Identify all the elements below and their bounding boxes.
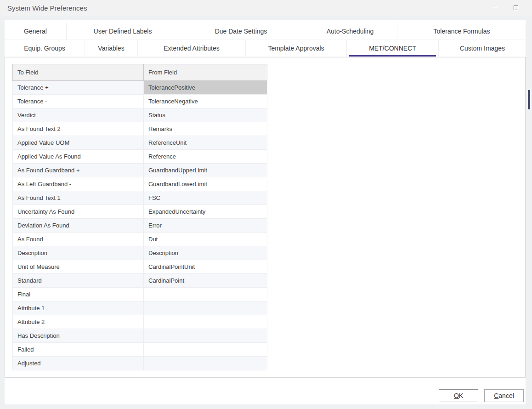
from-field-cell[interactable]: Status — [144, 108, 267, 122]
cancel-button[interactable]: Cancel — [484, 389, 524, 402]
field-mapping-rows: Tolerance +TolerancePositiveTolerance -T… — [13, 81, 267, 370]
tab-row-2: Equip. GroupsVariablesExtended Attribute… — [5, 40, 526, 57]
from-field-cell[interactable] — [144, 343, 267, 357]
to-field-cell[interactable]: Adjusted — [13, 357, 144, 370]
minimize-button[interactable] — [484, 0, 505, 16]
to-field-cell[interactable]: As Found — [13, 233, 144, 246]
scrollbar-thumb[interactable] — [528, 90, 530, 109]
to-field-cell[interactable]: Attribute 1 — [13, 301, 144, 315]
table-row: Uncertainty As FoundExpandedUncertainty — [13, 205, 267, 219]
from-field-cell[interactable]: Error — [144, 219, 267, 233]
ok-button-mnemonic: O — [454, 392, 459, 399]
table-row: Applied Value UOMReferenceUnit — [13, 136, 267, 150]
to-field-cell[interactable]: Standard — [13, 274, 144, 288]
from-field-cell[interactable]: ToleranceNegative — [144, 95, 267, 108]
window-title: System Wide Preferences — [7, 4, 87, 12]
table-row: Tolerance -ToleranceNegative — [13, 95, 267, 108]
titlebar: System Wide Preferences — [0, 0, 532, 16]
table-row: Attribute 2 — [13, 315, 267, 329]
to-field-cell[interactable]: Attribute 2 — [13, 315, 144, 329]
table-row: As Found Text 2Remarks — [13, 122, 267, 136]
table-row: VerdictStatus — [13, 108, 267, 122]
cancel-button-label: ancel — [498, 392, 514, 399]
ok-button[interactable]: OK — [439, 389, 478, 402]
table-row: Applied Value As FoundReference — [13, 150, 267, 164]
to-field-cell[interactable]: Final — [13, 288, 144, 301]
table-row: Deviation As FoundError — [13, 219, 267, 233]
tab-due-date-settings[interactable]: Due Date Settings — [179, 23, 303, 40]
to-field-cell[interactable]: As Found Text 1 — [13, 191, 144, 205]
dialog-body: GeneralUser Defined LabelsDue Date Setti… — [5, 20, 526, 404]
tab-tolerance-formulas[interactable]: Tolerance Formulas — [397, 23, 526, 40]
tab-row-1: GeneralUser Defined LabelsDue Date Setti… — [5, 23, 526, 40]
table-header-row: To Field From Field — [13, 64, 267, 81]
tab-auto-scheduling[interactable]: Auto-Scheduling — [303, 23, 397, 40]
tab-general[interactable]: General — [5, 23, 67, 40]
to-field-cell[interactable]: Deviation As Found — [13, 219, 144, 233]
to-field-cell[interactable]: As Found Guardband + — [13, 164, 144, 177]
table-row: StandardCardinalPoint — [13, 274, 267, 288]
cancel-button-mnemonic: C — [494, 392, 498, 399]
table-row: Adjusted — [13, 357, 267, 370]
from-field-cell[interactable] — [144, 357, 267, 370]
tab-panel-met-connect: To Field From Field Tolerance +Tolerance… — [5, 57, 526, 378]
from-field-cell[interactable]: GuardbandLowerLimit — [144, 177, 267, 191]
table-row: As Left Guardband -GuardbandLowerLimit — [13, 177, 267, 191]
tab-template-approvals[interactable]: Template Approvals — [246, 40, 347, 57]
table-row: As Found Guardband +GuardbandUpperLimit — [13, 164, 267, 177]
table-row: Has Description — [13, 329, 267, 343]
from-field-cell[interactable]: ReferenceUnit — [144, 136, 267, 150]
to-field-cell[interactable]: As Found Text 2 — [13, 122, 144, 136]
from-field-cell[interactable]: CardinalPoint — [144, 274, 267, 288]
table-row: Unit of MeasureCardinalPointUnit — [13, 260, 267, 274]
to-field-cell[interactable]: Has Description — [13, 329, 144, 343]
from-field-cell[interactable] — [144, 301, 267, 315]
from-field-cell[interactable]: CardinalPointUnit — [144, 260, 267, 274]
tab-variables[interactable]: Variables — [85, 40, 138, 57]
to-field-cell[interactable]: Tolerance - — [13, 95, 144, 108]
maximize-button[interactable] — [505, 0, 526, 16]
tab-strip: GeneralUser Defined LabelsDue Date Setti… — [5, 20, 526, 57]
tab-user-defined-labels[interactable]: User Defined Labels — [67, 23, 179, 40]
to-field-cell[interactable]: Verdict — [13, 108, 144, 122]
to-field-cell[interactable]: As Left Guardband - — [13, 177, 144, 191]
from-field-cell[interactable]: ExpandedUncertainty — [144, 205, 267, 219]
caption-buttons — [484, 0, 526, 16]
from-field-cell[interactable]: TolerancePositive — [144, 81, 267, 95]
ok-button-label: K — [459, 392, 463, 399]
table-row: Failed — [13, 343, 267, 357]
to-field-cell[interactable]: Applied Value UOM — [13, 136, 144, 150]
tab-met-connect[interactable]: MET/CONNECT — [347, 40, 439, 57]
from-field-cell[interactable] — [144, 288, 267, 301]
system-wide-preferences-dialog: System Wide Preferences GeneralUser Defi… — [0, 0, 532, 409]
tab-extended-attributes[interactable]: Extended Attributes — [138, 40, 246, 57]
dialog-footer: OK Cancel — [439, 389, 524, 402]
to-field-cell[interactable]: Uncertainty As Found — [13, 205, 144, 219]
table-row: Tolerance +TolerancePositive — [13, 81, 267, 95]
from-field-cell[interactable] — [144, 329, 267, 343]
to-field-column-header[interactable]: To Field — [13, 64, 144, 81]
maximize-icon — [514, 6, 518, 10]
table-row: Final — [13, 288, 267, 301]
from-field-column-header[interactable]: From Field — [144, 64, 267, 81]
tab-equip-groups[interactable]: Equip. Groups — [5, 40, 85, 57]
table-row: As FoundDut — [13, 233, 267, 246]
to-field-cell[interactable]: Failed — [13, 343, 144, 357]
to-field-cell[interactable]: Tolerance + — [13, 81, 144, 95]
to-field-cell[interactable]: Description — [13, 246, 144, 260]
from-field-cell[interactable]: Description — [144, 246, 267, 260]
from-field-cell[interactable]: GuardbandUpperLimit — [144, 164, 267, 177]
field-mapping-table: To Field From Field Tolerance +Tolerance… — [12, 64, 267, 370]
to-field-cell[interactable]: Applied Value As Found — [13, 150, 144, 164]
table-row: Attribute 1 — [13, 301, 267, 315]
table-row: As Found Text 1FSC — [13, 191, 267, 205]
minimize-icon — [492, 8, 498, 8]
table-row: DescriptionDescription — [13, 246, 267, 260]
tab-custom-images[interactable]: Custom Images — [439, 40, 526, 57]
from-field-cell[interactable]: Remarks — [144, 122, 267, 136]
from-field-cell[interactable]: FSC — [144, 191, 267, 205]
to-field-cell[interactable]: Unit of Measure — [13, 260, 144, 274]
from-field-cell[interactable]: Reference — [144, 150, 267, 164]
from-field-cell[interactable] — [144, 315, 267, 329]
from-field-cell[interactable]: Dut — [144, 233, 267, 246]
